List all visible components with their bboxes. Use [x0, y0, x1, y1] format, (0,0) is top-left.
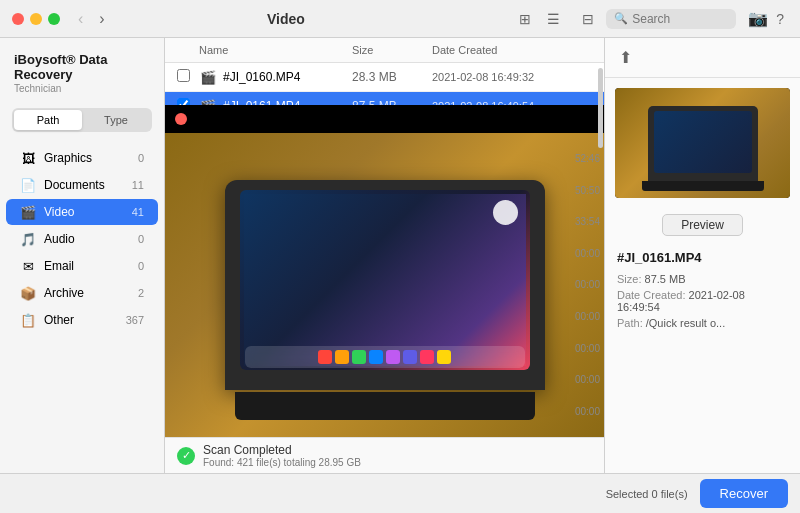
- share-button[interactable]: ⬆: [615, 46, 636, 69]
- dock-icon: [437, 350, 451, 364]
- selected-count: Selected 0 file(s): [606, 488, 688, 500]
- file-icon: 🎬: [199, 68, 217, 86]
- search-icon: 🔍: [614, 12, 628, 25]
- documents-icon: 📄: [20, 177, 36, 193]
- dock-icon: [386, 350, 400, 364]
- file1-name: #JI_0160.MP4: [223, 70, 352, 84]
- sidebar-item-label: Email: [44, 259, 138, 273]
- col-header-date: Date Created: [432, 44, 592, 56]
- dock-icon: [420, 350, 434, 364]
- video-count: 41: [132, 206, 144, 218]
- screen-content: [240, 190, 530, 370]
- file-rows: 🎬 #JI_0160.MP4 28.3 MB 2021-02-08 16:49:…: [165, 63, 604, 437]
- sidebar-item-other[interactable]: 📋 Other 367: [6, 307, 158, 333]
- right-panel-toolbar: ⬆: [605, 38, 800, 78]
- file-list-header: Name Size Date Created: [165, 38, 604, 63]
- view-controls: ⊞ ☰: [513, 8, 566, 30]
- page-title: Video: [59, 11, 514, 27]
- sidebar-item-label: Graphics: [44, 151, 138, 165]
- right-panel: ⬆ Preview #JI_0161.MP4 Size: 87.5 MB Dat…: [605, 38, 800, 473]
- selected-file-name: #JI_0161.MP4: [617, 250, 788, 265]
- video-icon: 🎬: [20, 204, 36, 220]
- audio-icon: 🎵: [20, 231, 36, 247]
- graphics-count: 0: [138, 152, 144, 164]
- col-header-size: Size: [352, 44, 432, 56]
- archive-icon: 📦: [20, 285, 36, 301]
- record-indicator: [175, 113, 187, 125]
- scrollbar[interactable]: [596, 63, 604, 437]
- laptop-dock: [245, 346, 525, 368]
- scan-status-text: Scan Completed: [203, 443, 361, 457]
- path-label: Path:: [617, 317, 643, 329]
- video-frame: [165, 133, 604, 437]
- close-button[interactable]: [12, 13, 24, 25]
- laptop-screen: [240, 190, 530, 370]
- list-view-button[interactable]: ☰: [541, 8, 566, 30]
- preview-button[interactable]: Preview: [662, 214, 743, 236]
- scrollbar-thumb: [598, 68, 603, 148]
- app-title: iBoysoft® Data Recovery: [14, 52, 150, 82]
- sidebar-item-audio[interactable]: 🎵 Audio 0: [6, 226, 158, 252]
- help-button[interactable]: ?: [772, 9, 788, 29]
- scan-info: Scan Completed Found: 421 file(s) totali…: [203, 443, 361, 468]
- dock-icon: [318, 350, 332, 364]
- filter-button[interactable]: ⊟: [574, 8, 602, 30]
- dock-icon: [369, 350, 383, 364]
- audio-count: 0: [138, 233, 144, 245]
- email-count: 0: [138, 260, 144, 272]
- date-label: Date Created:: [617, 289, 685, 301]
- scan-detail-text: Found: 421 file(s) totaling 28.95 GB: [203, 457, 361, 468]
- file1-date: 2021-02-08 16:49:32: [432, 71, 592, 83]
- size-value: 87.5 MB: [645, 273, 686, 285]
- video-content: [165, 133, 604, 437]
- sidebar: iBoysoft® Data Recovery Technician Path …: [0, 38, 165, 473]
- graphics-icon: 🖼: [20, 150, 36, 166]
- bottom-bar: Selected 0 file(s) Recover: [0, 473, 800, 513]
- search-input[interactable]: [632, 12, 728, 26]
- sidebar-item-label: Archive: [44, 286, 138, 300]
- minimize-button[interactable]: [30, 13, 42, 25]
- tab-type[interactable]: Type: [82, 110, 150, 130]
- sidebar-nav: 🖼 Graphics 0 📄 Documents 11 🎬 Video 41 🎵…: [0, 140, 164, 473]
- sidebar-item-label: Other: [44, 313, 126, 327]
- sidebar-item-video[interactable]: 🎬 Video 41: [6, 199, 158, 225]
- documents-count: 11: [132, 179, 144, 191]
- size-label: Size:: [617, 273, 641, 285]
- dock-icon: [403, 350, 417, 364]
- preview-laptop: [648, 106, 758, 181]
- camera-button[interactable]: 📷: [744, 7, 772, 30]
- sidebar-item-documents[interactable]: 📄 Documents 11: [6, 172, 158, 198]
- preview-keyboard-bar: [642, 181, 764, 191]
- dock-icon: [335, 350, 349, 364]
- file1-size: 28.3 MB: [352, 70, 432, 84]
- main-content: iBoysoft® Data Recovery Technician Path …: [0, 38, 800, 473]
- scan-status-bar: ✓ Scan Completed Found: 421 file(s) tota…: [165, 437, 604, 473]
- bottom-right: Selected 0 file(s) Recover: [606, 479, 788, 508]
- app-subtitle: Technician: [14, 83, 150, 94]
- path-value: /Quick result o...: [646, 317, 725, 329]
- email-icon: ✉: [20, 258, 36, 274]
- sidebar-item-graphics[interactable]: 🖼 Graphics 0: [6, 145, 158, 171]
- archive-count: 2: [138, 287, 144, 299]
- grid-view-button[interactable]: ⊞: [513, 8, 537, 30]
- tab-path[interactable]: Path: [14, 110, 82, 130]
- preview-image-area: [615, 88, 790, 198]
- laptop-keyboard: [235, 392, 535, 420]
- traffic-lights: [12, 13, 60, 25]
- recover-button[interactable]: Recover: [700, 479, 788, 508]
- file-panel: Name Size Date Created 🎬 #JI_0160.MP4 28…: [165, 38, 605, 473]
- laptop-body: [225, 180, 545, 390]
- video-controls-bar: [165, 105, 604, 133]
- col-header-name: Name: [199, 44, 352, 56]
- sidebar-item-email[interactable]: ✉ Email 0: [6, 253, 158, 279]
- row1-checkbox[interactable]: [177, 69, 190, 82]
- file-info-panel: #JI_0161.MP4 Size: 87.5 MB Date Created:…: [605, 242, 800, 341]
- other-count: 367: [126, 314, 144, 326]
- sidebar-item-archive[interactable]: 📦 Archive 2: [6, 280, 158, 306]
- sidebar-tabs: Path Type: [12, 108, 152, 132]
- dock-icon: [352, 350, 366, 364]
- preview-thumbnail: [615, 88, 790, 198]
- file-date-row: Date Created: 2021-02-08 16:49:54: [617, 289, 788, 313]
- sidebar-item-label: Documents: [44, 178, 132, 192]
- table-row[interactable]: 🎬 #JI_0160.MP4 28.3 MB 2021-02-08 16:49:…: [165, 63, 604, 92]
